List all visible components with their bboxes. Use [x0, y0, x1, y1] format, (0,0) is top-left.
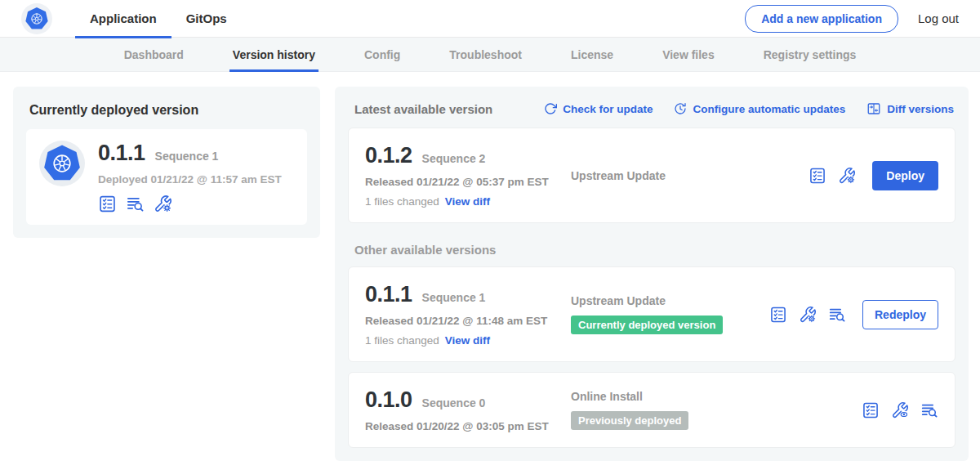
deployed-timestamp: Deployed 01/21/22 @ 11:57 am EST: [98, 173, 282, 186]
logout-button[interactable]: Log out: [918, 11, 959, 25]
version-source-label: Upstream Update: [571, 169, 808, 182]
version-number: 0.1.1: [365, 282, 412, 307]
version-number: 0.1.2: [365, 143, 412, 168]
sequence-label: Sequence 2: [422, 152, 486, 165]
kubernetes-logo: [21, 3, 52, 34]
redeploy-button[interactable]: Redeploy: [862, 300, 938, 329]
currently-deployed-badge: Currently deployed version: [571, 316, 723, 334]
edit-config-icon[interactable]: [154, 195, 172, 213]
released-timestamp: Released 01/21/22 @ 11:48 am EST: [365, 315, 571, 327]
deployed-sequence-label: Sequence 1: [155, 150, 219, 163]
sequence-label: Sequence 0: [422, 396, 486, 410]
latest-available-title: Latest available version: [354, 102, 492, 116]
version-row-0-1-2: 0.1.2 Sequence 2 Released 01/21/22 @ 05:…: [348, 128, 956, 223]
files-changed-label: 1 files changed: [365, 334, 439, 347]
deploy-logs-icon[interactable]: [126, 195, 145, 213]
version-history-panel: Latest available version Check for updat…: [335, 87, 969, 461]
view-diff-link[interactable]: View diff: [445, 195, 490, 208]
diff-versions-label: Diff versions: [887, 103, 954, 115]
previously-deployed-badge: Previously deployed: [571, 411, 688, 430]
other-versions-title: Other available versions: [354, 243, 954, 257]
edit-config-icon[interactable]: [799, 306, 817, 324]
schedule-update-icon: [674, 102, 687, 115]
deploy-logs-icon[interactable]: [920, 401, 938, 419]
release-notes-icon[interactable]: [862, 401, 880, 419]
release-notes-icon[interactable]: [98, 195, 117, 213]
subtab-dashboard[interactable]: Dashboard: [124, 38, 184, 72]
view-config-icon[interactable]: [891, 401, 909, 419]
tab-application[interactable]: Application: [75, 0, 172, 38]
version-source-label: Upstream Update: [571, 294, 769, 307]
add-application-button[interactable]: Add a new application: [745, 5, 898, 33]
diff-icon: [866, 101, 881, 116]
released-timestamp: Released 01/21/22 @ 05:37 pm EST: [365, 176, 571, 188]
subtab-registry-settings[interactable]: Registry settings: [764, 38, 857, 72]
configure-automatic-updates-label: Configure automatic updates: [693, 103, 845, 115]
sequence-label: Sequence 1: [422, 291, 486, 304]
app-sub-nav: Dashboard Version history Config Trouble…: [0, 38, 980, 72]
version-number: 0.1.0: [365, 387, 412, 413]
configure-automatic-updates-link[interactable]: Configure automatic updates: [674, 102, 845, 115]
subtab-license[interactable]: License: [571, 38, 613, 72]
check-for-update-link[interactable]: Check for update: [544, 102, 653, 115]
main-content: Currently deployed version 0.1.1 Sequenc…: [0, 72, 980, 461]
check-for-update-label: Check for update: [563, 103, 653, 115]
top-nav: Application GitOps Add a new application…: [0, 0, 980, 38]
subtab-config[interactable]: Config: [364, 38, 400, 72]
version-row-0-1-0: 0.1.0 Sequence 0 Released 01/20/22 @ 03:…: [348, 372, 956, 448]
tab-application-label: Application: [90, 11, 157, 25]
currently-deployed-title: Currently deployed version: [29, 103, 305, 118]
released-timestamp: Released 01/20/22 @ 03:05 pm EST: [365, 420, 571, 432]
version-row-0-1-1: 0.1.1 Sequence 1 Released 01/21/22 @ 11:…: [348, 266, 956, 362]
release-notes-icon[interactable]: [808, 167, 826, 185]
kubernetes-app-logo: [39, 141, 85, 186]
files-changed-label: 1 files changed: [365, 195, 439, 208]
subtab-troubleshoot[interactable]: Troubleshoot: [449, 38, 522, 72]
subtab-view-files[interactable]: View files: [662, 38, 715, 72]
deploy-logs-icon[interactable]: [828, 306, 846, 324]
currently-deployed-panel: Currently deployed version 0.1.1 Sequenc…: [13, 87, 320, 238]
edit-config-icon[interactable]: [838, 167, 856, 185]
subtab-version-history[interactable]: Version history: [233, 38, 315, 72]
deployed-version-number: 0.1.1: [98, 141, 145, 166]
deployed-version-card: 0.1.1 Sequence 1 Deployed 01/21/22 @ 11:…: [26, 129, 307, 225]
release-notes-icon[interactable]: [769, 306, 787, 324]
tab-gitops-label: GitOps: [186, 11, 227, 25]
view-diff-link[interactable]: View diff: [445, 334, 490, 347]
diff-versions-link[interactable]: Diff versions: [866, 101, 954, 116]
refresh-icon: [544, 102, 557, 115]
deploy-button[interactable]: Deploy: [872, 161, 938, 190]
version-source-label: Online Install: [571, 390, 862, 403]
tab-gitops[interactable]: GitOps: [172, 0, 242, 38]
